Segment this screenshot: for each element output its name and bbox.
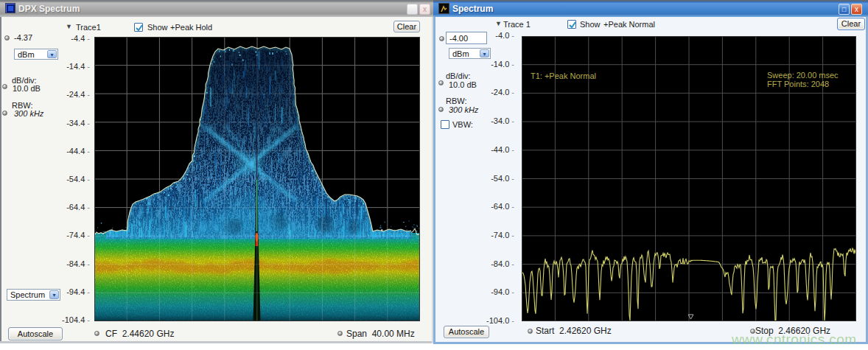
svg-text:Sweep: 20.00 msec: Sweep: 20.00 msec [767,71,839,80]
svg-text:FFT Points: 2048: FFT Points: 2048 [767,80,829,88]
svg-text:T1: +Peak Normal: T1: +Peak Normal [531,71,596,80]
